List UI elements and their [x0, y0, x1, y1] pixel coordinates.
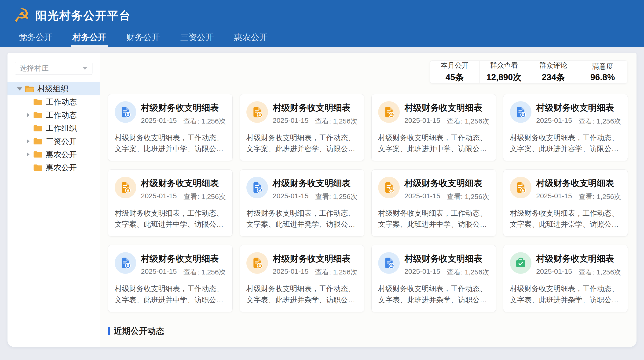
card-title: 村级财务收支明细表 [536, 253, 621, 265]
tree-item[interactable]: 工作动态 [8, 95, 100, 108]
card-title: 村级财务收支明细表 [272, 253, 358, 265]
card-icon [510, 177, 532, 198]
tree-item-label: 村级组织 [38, 84, 68, 94]
stat-value: 12,890次 [480, 72, 529, 83]
tree-item[interactable]: 工作动态 [8, 108, 100, 122]
card-meta: 2025-01-15 查看: 1,256次 [404, 116, 489, 126]
stat-item: 满意度 96.8% [578, 62, 627, 82]
disclosure-card[interactable]: 村级财务收支明细表 2025-01-15 查看: 1,256次 村级财务收支明细… [503, 94, 628, 161]
brand: ☭ 阳光村务公开平台 [0, 0, 644, 28]
tree-item[interactable]: 惠农公开 [8, 148, 100, 161]
stat-label: 群众评论 [529, 61, 578, 70]
card-header-text: 村级财务收支明细表 2025-01-15 查看: 1,256次 [404, 252, 489, 277]
card-header: 村级财务收支明细表 2025-01-15 查看: 1,256次 [378, 177, 489, 202]
folder-tree: 村级组织 工作动态 [8, 82, 100, 174]
document-lock-icon [382, 181, 395, 194]
card-header: 村级财务收支明细表 2025-01-15 查看: 1,256次 [246, 177, 358, 202]
card-header: 村级财务收支明细表 2025-01-15 查看: 1,256次 [115, 177, 226, 202]
card-date: 2025-01-15 [536, 192, 572, 202]
card-header-text: 村级财务收支明细表 2025-01-15 查看: 1,256次 [536, 101, 621, 126]
card-meta: 2025-01-15 查看: 1,256次 [272, 267, 358, 277]
disclosure-card[interactable]: 村级财务收支明细表 2025-01-15 查看: 1,256次 村级财务收支明细… [503, 169, 628, 237]
stat-value: 234条 [529, 72, 578, 83]
card-date: 2025-01-15 [141, 192, 177, 202]
tree-item[interactable]: 三资公开 [8, 135, 100, 148]
card-meta: 2025-01-15 查看: 1,256次 [141, 192, 226, 202]
card-title: 村级财务收支明细表 [536, 102, 621, 114]
card-views: 查看: 1,256次 [315, 267, 358, 277]
folder-closed-icon [33, 98, 42, 106]
disclosure-card[interactable]: 村级财务收支明细表 2025-01-15 查看: 1,256次 村级财务收支明细… [240, 245, 364, 312]
nav-tab[interactable]: 惠农公开 [234, 28, 268, 47]
card-header: 村级财务收支明细表 2025-01-15 查看: 1,256次 [510, 252, 621, 277]
card-icon [115, 177, 136, 198]
disclosure-card[interactable]: 村级财务收支明细表 2025-01-15 查看: 1,256次 村级财务收支明细… [503, 245, 628, 312]
document-lock-icon [382, 106, 395, 118]
card-icon [246, 101, 268, 123]
card-icon [115, 101, 136, 123]
card-title: 村级财务收支明细表 [141, 177, 226, 189]
card-header-text: 村级财务收支明细表 2025-01-15 查看: 1,256次 [272, 252, 358, 277]
card-date: 2025-01-15 [404, 116, 440, 126]
tree-item[interactable]: 惠农公开 [8, 161, 100, 174]
document-lock-icon [251, 257, 264, 269]
folder-icon [25, 85, 34, 93]
card-date: 2025-01-15 [536, 267, 572, 277]
nav-tab[interactable]: 党务公开 [19, 28, 52, 47]
card-views: 查看: 1,256次 [315, 116, 358, 126]
document-lock-icon [514, 181, 527, 194]
folder-icon [33, 150, 42, 158]
disclosure-card[interactable]: 村级财务收支明细表 2025-01-15 查看: 1,256次 村级财务收支明细… [108, 169, 232, 237]
document-lock-icon [251, 106, 264, 118]
caret-icon[interactable] [25, 138, 31, 144]
card-icon [378, 177, 400, 198]
nav-tab[interactable]: 村务公开 [72, 28, 106, 47]
caret-icon[interactable] [25, 112, 31, 118]
folder-closed-icon [33, 124, 42, 132]
caret-icon[interactable] [17, 86, 22, 92]
disclosure-card[interactable]: 村级财务收支明细表 2025-01-15 查看: 1,256次 村级财务收支明细… [108, 94, 232, 161]
card-meta: 2025-01-15 查看: 1,256次 [404, 267, 489, 277]
disclosure-card[interactable]: 村级财务收支明细表 2025-01-15 查看: 1,256次 村级财务收支明细… [372, 169, 496, 237]
card-header-text: 村级财务收支明细表 2025-01-15 查看: 1,256次 [141, 101, 226, 126]
stat-item: 群众评论 234条 [529, 61, 578, 83]
card-date: 2025-01-15 [141, 116, 177, 126]
folder-icon [33, 98, 42, 106]
tree-item[interactable]: 村级组织 [8, 82, 100, 95]
party-emblem-icon: ☭ [13, 6, 30, 25]
card-meta: 2025-01-15 查看: 1,256次 [141, 116, 226, 126]
tree-item-label: 惠农公开 [46, 162, 77, 173]
recent-activity-heading: 近期公开动态 [108, 325, 636, 337]
disclosure-card[interactable]: 村级财务收支明细表 2025-01-15 查看: 1,256次 村级财务收支明细… [372, 94, 496, 161]
caret-icon[interactable] [25, 152, 31, 157]
folder-closed-icon [33, 137, 42, 145]
disclosure-card[interactable]: 村级财务收支明细表 2025-01-15 查看: 1,256次 村级财务收支明细… [108, 245, 232, 312]
nav-tab[interactable]: 财务公开 [126, 28, 160, 47]
card-description: 村级财务收支明细表，工作动态、文字案、此班进并容学、访限公分展... [510, 132, 621, 154]
card-title: 村级财务收支明细表 [272, 177, 358, 189]
tree-item[interactable]: 工作组织 [8, 122, 100, 135]
folder-icon [33, 137, 42, 145]
stat-label: 群众查看 [480, 61, 529, 70]
card-header-text: 村级财务收支明细表 2025-01-15 查看: 1,256次 [141, 177, 226, 202]
disclosure-card[interactable]: 村级财务收支明细表 2025-01-15 查看: 1,256次 村级财务收支明细… [372, 245, 496, 312]
card-views: 查看: 1,256次 [183, 192, 226, 202]
village-select[interactable]: 选择村庄 [15, 62, 92, 75]
card-icon [115, 252, 136, 274]
card-date: 2025-01-15 [272, 267, 308, 277]
stat-value: 96.8% [578, 72, 627, 82]
main-content: 本月公开 45条 群众查看 12,890次 群众评论 234条 满意度 96.8… [100, 53, 636, 347]
disclosure-card[interactable]: 村级财务收支明细表 2025-01-15 查看: 1,256次 村级财务收支明细… [240, 94, 364, 161]
card-header-text: 村级财务收支明细表 2025-01-15 查看: 1,256次 [404, 101, 489, 126]
card-description: 村级财务收支明细表，工作动态、文字案、此班进并崇学、访照公分展... [510, 208, 621, 230]
card-header: 村级财务收支明细表 2025-01-15 查看: 1,256次 [115, 252, 226, 277]
card-title: 村级财务收支明细表 [404, 177, 489, 189]
disclosure-card[interactable]: 村级财务收支明细表 2025-01-15 查看: 1,256次 村级财务收支明细… [240, 169, 364, 237]
nav-tab[interactable]: 三资公开 [180, 28, 214, 47]
sidebar: 选择村庄 村级组织 [8, 53, 100, 347]
card-views: 查看: 1,256次 [315, 192, 358, 202]
card-icon [510, 101, 532, 123]
timeline [108, 347, 636, 347]
stat-label: 满意度 [578, 62, 627, 71]
card-header-text: 村级财务收支明细表 2025-01-15 查看: 1,256次 [272, 101, 358, 126]
